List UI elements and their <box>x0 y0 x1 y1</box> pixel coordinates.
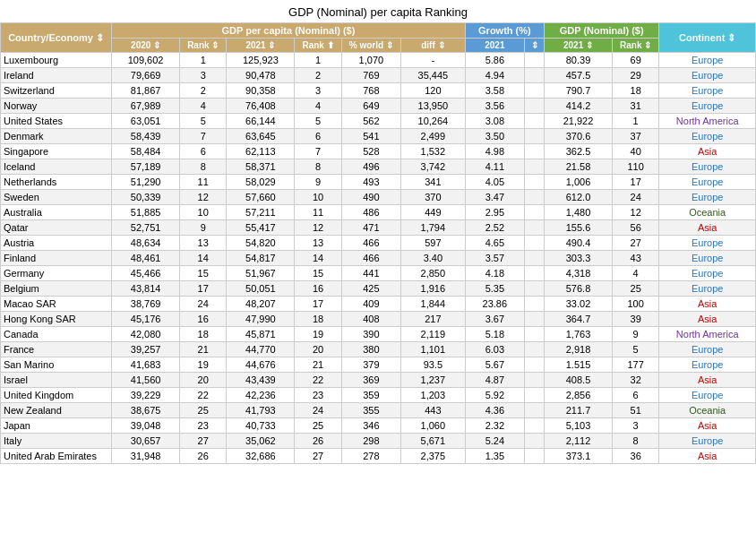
cell-value: 43,814 <box>112 281 180 297</box>
cell-value <box>524 220 544 236</box>
cell-value: 364.7 <box>545 312 613 327</box>
th-growth-arrow: ⇕ <box>524 39 544 53</box>
cell-value: 528 <box>341 144 400 159</box>
cell-value <box>524 418 544 434</box>
cell-value <box>524 357 544 373</box>
table-row: United Arab Emirates31,9482632,686272782… <box>1 449 756 464</box>
cell-country: Italy <box>1 434 112 449</box>
cell-value: 37 <box>612 129 658 144</box>
cell-value: 13 <box>180 236 227 251</box>
cell-value: 39,048 <box>112 418 180 434</box>
cell-value: 67,989 <box>112 99 180 114</box>
cell-country: Luxembourg <box>1 53 112 68</box>
cell-value: 50,339 <box>112 190 180 205</box>
cell-value: 769 <box>341 68 400 83</box>
cell-value: 26 <box>295 434 341 449</box>
cell-continent: Europe <box>659 388 756 403</box>
cell-value <box>524 205 544 220</box>
cell-value: 45,466 <box>112 266 180 281</box>
cell-value: 490.4 <box>545 236 613 251</box>
cell-value: 38,675 <box>112 403 180 418</box>
page-title: GDP (Nominal) per capita Ranking <box>0 0 756 22</box>
cell-value: 17 <box>612 175 658 190</box>
cell-value: 1,237 <box>400 373 465 388</box>
cell-country: Finland <box>1 251 112 266</box>
cell-value: 40 <box>612 144 658 159</box>
cell-value: 2.95 <box>465 205 524 220</box>
cell-value: 51,967 <box>227 266 295 281</box>
cell-continent: Asia <box>659 418 756 434</box>
cell-continent: North America <box>659 327 756 342</box>
cell-value: 5,671 <box>400 434 465 449</box>
cell-country: Qatar <box>1 220 112 236</box>
cell-value: 443 <box>400 403 465 418</box>
cell-value: 51,290 <box>112 175 180 190</box>
th-gdp2020: 2020 ⇕ <box>112 39 180 53</box>
th-country: Country/Economy ⇕ <box>1 23 112 53</box>
cell-value: 21 <box>180 342 227 357</box>
cell-value: 5.86 <box>465 53 524 68</box>
cell-value: 562 <box>341 114 400 129</box>
cell-value <box>524 68 544 83</box>
cell-value: 20 <box>295 342 341 357</box>
cell-value: 380 <box>341 342 400 357</box>
cell-value: 155.6 <box>545 220 613 236</box>
cell-value: 7 <box>295 144 341 159</box>
cell-value: 50,051 <box>227 281 295 297</box>
cell-continent: Europe <box>659 434 756 449</box>
cell-value: 4.36 <box>465 403 524 418</box>
cell-value: 19 <box>180 357 227 373</box>
cell-country: New Zealand <box>1 403 112 418</box>
cell-value: 31 <box>612 99 658 114</box>
cell-value: 486 <box>341 205 400 220</box>
cell-value: 23 <box>180 418 227 434</box>
table-row: Finland48,4611454,817144663.403.57303.34… <box>1 251 756 266</box>
cell-value: 23.86 <box>465 297 524 312</box>
cell-value: 12 <box>180 190 227 205</box>
cell-value: 15 <box>180 266 227 281</box>
cell-value: 9 <box>612 327 658 342</box>
cell-value: 278 <box>341 449 400 464</box>
cell-continent: Asia <box>659 144 756 159</box>
table-row: United States63,051566,144556210,2643.08… <box>1 114 756 129</box>
cell-value <box>524 144 544 159</box>
cell-value: 5 <box>180 114 227 129</box>
table-row: Denmark58,439763,64565412,4993.50370.637… <box>1 129 756 144</box>
cell-value: 20 <box>180 373 227 388</box>
cell-value: 52,751 <box>112 220 180 236</box>
cell-value: 5.92 <box>465 388 524 403</box>
cell-value: 2,856 <box>545 388 613 403</box>
cell-value: 48,634 <box>112 236 180 251</box>
cell-value: 24 <box>180 297 227 312</box>
cell-value: 63,051 <box>112 114 180 129</box>
table-row: Hong Kong SAR45,1761647,990184082173.673… <box>1 312 756 327</box>
cell-value <box>524 266 544 281</box>
cell-value: 32 <box>612 373 658 388</box>
cell-value <box>524 297 544 312</box>
cell-value: 3.50 <box>465 129 524 144</box>
cell-value: 58,371 <box>227 159 295 175</box>
cell-value: 17 <box>180 281 227 297</box>
cell-value: 441 <box>341 266 400 281</box>
table-row: Sweden50,3391257,660104903703.47612.024E… <box>1 190 756 205</box>
cell-value <box>524 312 544 327</box>
th-growth: Growth (%) <box>465 23 544 39</box>
cell-value: 379 <box>341 357 400 373</box>
cell-value: 9 <box>295 175 341 190</box>
cell-value: 39 <box>612 312 658 327</box>
cell-value: 13 <box>295 236 341 251</box>
th-gdp2021: 2021 ⇕ <box>227 39 295 53</box>
cell-value: 80.39 <box>545 53 613 68</box>
cell-value: 2.52 <box>465 220 524 236</box>
cell-value: 19 <box>295 327 341 342</box>
cell-value: 370.6 <box>545 129 613 144</box>
cell-value: 6 <box>295 129 341 144</box>
cell-continent: Europe <box>659 83 756 99</box>
cell-value: 4.87 <box>465 373 524 388</box>
cell-value <box>524 175 544 190</box>
cell-continent: Europe <box>659 175 756 190</box>
cell-value: 768 <box>341 83 400 99</box>
cell-value <box>524 388 544 403</box>
cell-country: Singapore <box>1 144 112 159</box>
cell-value: 3 <box>180 68 227 83</box>
